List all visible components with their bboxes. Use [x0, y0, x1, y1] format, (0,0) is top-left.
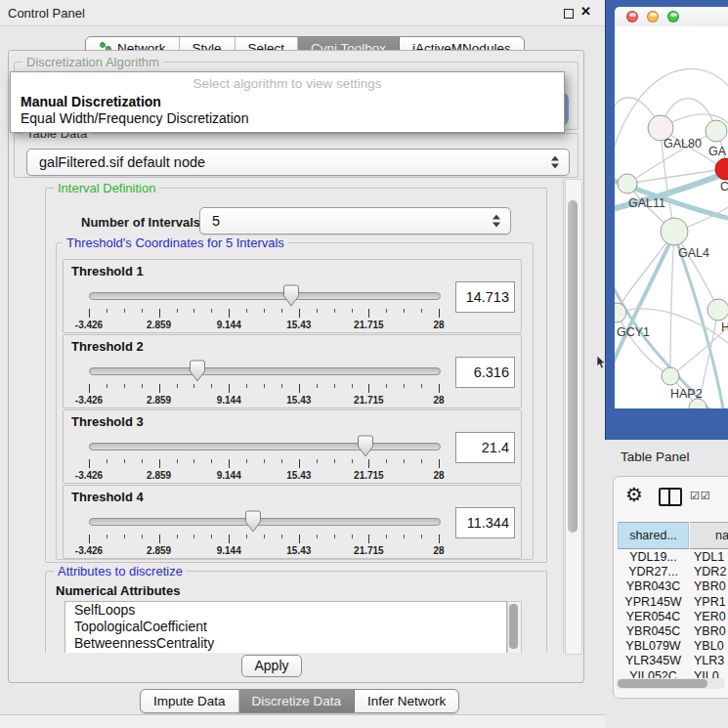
mac-minimize-icon[interactable] [647, 11, 659, 22]
discretization-algorithm-title: Discretization Algorithm [22, 55, 163, 69]
combo-stepper-icon [551, 156, 560, 169]
tick-mark [439, 309, 440, 318]
threshold-slider[interactable]: -3.4262.8599.14415.4321.71528 [89, 434, 439, 481]
table-row[interactable]: YPR145WYPR1 [614, 595, 728, 610]
tick-label: 28 [433, 320, 444, 330]
tick-mark [89, 309, 90, 318]
network-canvas[interactable]: GAL80GACGAL11GAL4GCY1HHAP2 [615, 26, 728, 408]
threshold-value-field[interactable]: 21.4 [455, 432, 515, 463]
table-row[interactable]: YBL079WYBL0 [614, 639, 728, 654]
slider-track[interactable] [89, 443, 441, 450]
node-label: C [720, 180, 728, 193]
slider-thumb[interactable] [282, 284, 300, 307]
tick-mark [368, 309, 369, 318]
cell-name: YBL0 [694, 639, 724, 653]
attributes-list-scrollbar[interactable] [507, 601, 522, 653]
column-header-shared-name[interactable]: shared... [618, 522, 689, 549]
tick-label: 9.144 [217, 545, 241, 556]
tick-mark [89, 384, 90, 393]
settings-gear-icon[interactable]: ⚙ [625, 483, 643, 506]
tick-mark [124, 459, 125, 463]
slider-thumb[interactable] [244, 510, 262, 533]
tick-label: 15.43 [286, 395, 311, 406]
apply-button[interactable]: Apply [241, 655, 302, 677]
tick-mark [368, 535, 369, 543]
number-of-intervals-label: Number of Intervals [81, 215, 200, 230]
node-label: GA [708, 145, 727, 158]
slider-track[interactable] [89, 367, 441, 375]
tick-mark [404, 535, 405, 538]
tick-mark [107, 459, 107, 463]
thresholds-group: Threshold's Coordinates for 5 Intervals … [56, 242, 534, 560]
tick-mark [352, 384, 353, 388]
tick-mark [352, 535, 353, 538]
threshold-slider[interactable]: -3.4262.8599.14415.4321.71528 [89, 509, 439, 556]
network-node-gal4[interactable] [661, 218, 688, 245]
select-columns-icon[interactable]: ☑☑ [690, 490, 711, 502]
network-node-hap2[interactable] [662, 367, 679, 385]
attribute-item-selfloops[interactable]: SelfLoops [65, 602, 506, 619]
network-node-h[interactable] [707, 299, 728, 321]
network-window-titlebar[interactable] [615, 7, 728, 26]
float-panel-icon[interactable] [564, 9, 574, 19]
tick-mark [281, 459, 282, 463]
slider-track[interactable] [89, 292, 441, 300]
number-of-intervals-combo[interactable]: 5 [199, 207, 511, 235]
tick-mark [177, 309, 178, 313]
tick-mark [334, 309, 335, 313]
tick-mark [211, 384, 212, 388]
close-panel-icon[interactable]: ✕ [580, 4, 591, 19]
threshold-slider[interactable]: -3.4262.8599.14415.4321.71528 [89, 359, 439, 406]
table-row[interactable]: YBR045CYBR0 [614, 624, 728, 639]
algorithm-option-manual-discretization[interactable]: Manual Discretization [21, 94, 161, 109]
tick-label: 15.43 [286, 545, 311, 556]
tick-mark [229, 459, 230, 468]
tick-mark [107, 309, 107, 313]
table-row[interactable]: YLR345WYLR3 [614, 654, 728, 668]
node-label: GAL80 [664, 137, 702, 150]
mac-zoom-icon[interactable] [667, 11, 679, 22]
cell-shared-name: YLR345W [618, 654, 689, 667]
slider-thumb[interactable] [189, 360, 206, 382]
threshold-value-field[interactable]: 11.344 [455, 507, 515, 538]
tick-mark [352, 309, 353, 313]
network-node-gal11[interactable] [618, 174, 637, 193]
table-row[interactable]: YBR043CYBR0 [614, 579, 728, 594]
table-row[interactable]: YDL19...YDL1 [614, 550, 728, 565]
tick-label: 9.144 [217, 320, 241, 330]
table-row[interactable]: YER054CYER0 [614, 610, 728, 624]
tick-mark [421, 384, 422, 388]
split-columns-icon[interactable] [659, 488, 682, 506]
network-edge [617, 313, 670, 376]
tab-infer-network[interactable]: Infer Network [355, 690, 458, 712]
numerical-attributes-list[interactable]: SelfLoopsTopologicalCoefficientBetweenne… [64, 601, 507, 653]
slider-thumb[interactable] [357, 435, 374, 457]
panel-scrollbar-thumb[interactable] [568, 200, 578, 533]
table-data-combo[interactable]: galFiltered.sif default node [26, 149, 570, 176]
column-header-name[interactable]: na [690, 522, 728, 549]
threshold-value-field[interactable]: 14.713 [455, 281, 515, 313]
attribute-item-topologicalcoefficient[interactable]: TopologicalCoefficient [65, 619, 506, 635]
threshold-value-field[interactable]: 6.316 [455, 357, 515, 388]
scrollbar-thumb[interactable] [509, 604, 518, 649]
threshold-slider[interactable]: -3.4262.8599.14415.4321.71528 [89, 283, 439, 330]
tab-discretize-data[interactable]: Discretize Data [239, 690, 356, 712]
cell-name: YDR2 [694, 565, 726, 578]
tick-mark [439, 459, 440, 468]
tab-impute-data[interactable]: Impute Data [141, 690, 239, 712]
control-panel-header [0, 0, 605, 26]
table-row[interactable]: YDR27...YDR2 [614, 565, 728, 579]
mac-close-icon[interactable] [626, 11, 638, 22]
table-hscrollbar-thumb[interactable] [618, 679, 707, 688]
tick-mark [264, 535, 265, 538]
algorithm-option-equal-width-frequency-discretization[interactable]: Equal Width/Frequency Discretization [21, 110, 248, 126]
network-edge [617, 232, 674, 313]
network-edge [670, 320, 728, 376]
tick-mark [159, 459, 160, 468]
tick-mark [317, 309, 318, 313]
slider-track[interactable] [89, 518, 441, 526]
tick-mark [159, 309, 160, 318]
attribute-item-betweennesscentrality[interactable]: BetweennessCentrality [65, 635, 506, 652]
tick-label: 15.43 [286, 470, 311, 481]
network-node-ga[interactable] [706, 120, 727, 142]
